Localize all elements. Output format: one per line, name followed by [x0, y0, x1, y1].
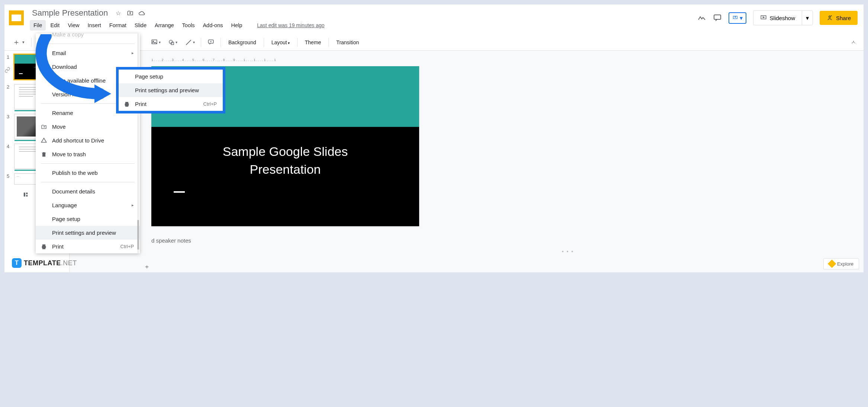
menu-item-language[interactable]: Language▸	[36, 198, 140, 212]
thumb-number: 4	[7, 144, 11, 149]
menu-item-move-trash[interactable]: Move to trash	[36, 147, 140, 161]
callout-print[interactable]: PrintCtrl+P	[119, 97, 223, 111]
explore-button[interactable]: Explore	[823, 258, 859, 269]
watermark-text: TEMPLATE.NET	[24, 259, 77, 267]
slideshow-dropdown[interactable]: ▾	[802, 11, 813, 25]
menu-item-publish[interactable]: Publish to the web	[36, 166, 140, 180]
move-icon	[40, 123, 48, 131]
svg-point-3	[829, 16, 831, 18]
line-insert-icon[interactable]: ▾	[182, 36, 198, 48]
move-folder-icon[interactable]	[126, 9, 134, 17]
menu-item-document-details[interactable]: Document details	[36, 185, 140, 198]
menu-edit[interactable]: Edit	[46, 20, 63, 31]
last-edit-link[interactable]: Last edit was 19 minutes ago	[257, 22, 324, 28]
menu-item-move[interactable]: Move	[36, 120, 140, 134]
transition-button[interactable]: Transition	[332, 37, 363, 48]
speaker-notes[interactable]: d speaker notes	[151, 237, 191, 244]
svg-rect-11	[26, 195, 28, 196]
theme-button[interactable]: Theme	[300, 37, 326, 48]
trash-icon	[40, 151, 48, 158]
filmstrip-view-icon[interactable]	[21, 191, 30, 198]
image-insert-icon[interactable]: ▾	[148, 37, 164, 48]
cloud-status-icon[interactable]	[138, 9, 146, 17]
menu-addons[interactable]: Add-ons	[199, 20, 226, 31]
slides-logo-icon[interactable]	[9, 10, 24, 25]
comments-icon[interactable]	[713, 13, 722, 22]
thumb-number: 5	[7, 173, 11, 179]
drive-shortcut-icon	[40, 137, 48, 144]
file-menu-dropdown: Make a copy Email▸ Download Make availab…	[36, 33, 140, 253]
present-button[interactable]: ▾	[729, 12, 746, 24]
link-indicator-icon	[4, 67, 11, 74]
collapse-toolbar-icon[interactable]: ㅅ	[848, 37, 859, 48]
dropdown-scrollbar-thumb[interactable]	[137, 220, 139, 250]
thumb-number: 3	[7, 114, 11, 119]
print-icon	[123, 100, 131, 108]
print-icon	[40, 243, 48, 250]
pane-resize-handle[interactable]: • • •	[562, 249, 574, 254]
menu-insert[interactable]: Insert	[84, 20, 105, 31]
share-button[interactable]: Share	[820, 11, 858, 25]
comment-insert-icon[interactable]	[204, 37, 218, 48]
menu-arrange[interactable]: Arrange	[151, 20, 178, 31]
slide-accent-line	[174, 191, 185, 193]
menu-bar: File Edit View Insert Format Slide Arran…	[30, 20, 697, 31]
slideshow-button[interactable]: Slideshow ▾	[753, 10, 813, 25]
watermark: T TEMPLATE.NET	[12, 258, 77, 268]
shape-insert-icon[interactable]: ▾	[165, 37, 180, 48]
svg-rect-10	[26, 193, 28, 194]
layout-button[interactable]: Layout▾	[267, 37, 294, 48]
thumb-number: 2	[7, 84, 11, 90]
menu-view[interactable]: View	[64, 20, 83, 31]
menu-help[interactable]: Help	[227, 20, 246, 31]
highlight-callout-box: Page setup Print settings and preview Pr…	[116, 67, 225, 113]
activity-icon[interactable]	[697, 13, 706, 22]
chevron-down-icon: ▾	[740, 15, 743, 22]
watermark-badge-icon: T	[12, 258, 22, 268]
app-window: Sample Presentation ☆ File Edit View Ins…	[4, 4, 864, 272]
thumb-number: 1	[7, 54, 11, 60]
menu-item-print-settings-preview[interactable]: Print settings and preview	[36, 226, 140, 240]
menu-item-email[interactable]: Email▸	[36, 46, 140, 60]
menu-format[interactable]: Format	[106, 20, 130, 31]
callout-page-setup[interactable]: Page setup	[119, 70, 223, 83]
menu-item-add-shortcut[interactable]: Add shortcut to Drive	[36, 134, 140, 147]
callout-print-settings-preview[interactable]: Print settings and preview	[119, 83, 223, 97]
explore-icon	[828, 260, 836, 268]
explore-label: Explore	[837, 261, 853, 267]
slide-title-text[interactable]: Sample Google Slides Presentation	[151, 143, 419, 178]
menu-tools[interactable]: Tools	[179, 20, 199, 31]
slideshow-label: Slideshow	[770, 15, 795, 21]
svg-rect-0	[714, 15, 721, 19]
title-bar: Sample Presentation ☆ File Edit View Ins…	[4, 4, 864, 34]
menu-item-print[interactable]: PrintCtrl+P	[36, 240, 140, 253]
menu-item-page-setup[interactable]: Page setup	[36, 212, 140, 226]
star-icon[interactable]: ☆	[115, 9, 122, 17]
share-label: Share	[836, 15, 851, 21]
menu-file[interactable]: File	[30, 20, 46, 31]
menu-item-make-copy[interactable]: Make a copy	[36, 31, 140, 41]
svg-rect-9	[24, 193, 25, 197]
document-title[interactable]: Sample Presentation	[30, 7, 110, 19]
new-slide-button[interactable]: ＋▾	[9, 35, 28, 49]
background-button[interactable]: Background	[224, 37, 261, 48]
menu-slide[interactable]: Slide	[131, 20, 150, 31]
